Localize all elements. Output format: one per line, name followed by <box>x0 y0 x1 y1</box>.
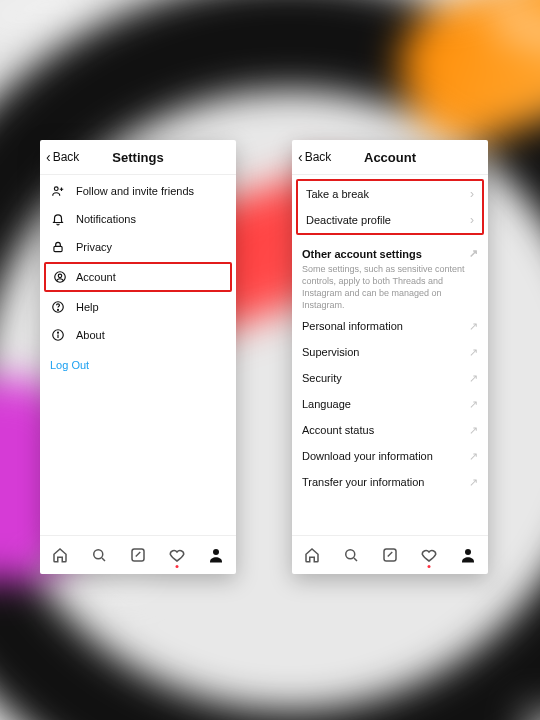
notification-dot <box>176 565 179 568</box>
tab-activity[interactable] <box>167 545 187 565</box>
tab-home[interactable] <box>50 545 70 565</box>
svg-point-10 <box>213 549 219 555</box>
help-icon <box>50 299 66 315</box>
section-description: Some settings, such as sensitive content… <box>302 263 478 311</box>
page-title: Settings <box>112 150 163 165</box>
tab-activity[interactable] <box>419 545 439 565</box>
chevron-left-icon: ‹ <box>298 149 303 165</box>
chevron-right-icon: › <box>470 187 474 201</box>
lock-icon <box>50 239 66 255</box>
account-item-take-break[interactable]: Take a break › <box>298 181 482 207</box>
item-label: Deactivate profile <box>306 214 470 226</box>
settings-item-account[interactable]: Account <box>44 262 232 292</box>
svg-point-3 <box>58 274 62 278</box>
item-label: Privacy <box>76 241 226 253</box>
item-label: Follow and invite friends <box>76 185 226 197</box>
settings-screen: ‹ Back Settings Follow and invite friend… <box>40 140 236 574</box>
external-link-icon: ↗ <box>469 247 478 260</box>
svg-point-8 <box>94 550 103 559</box>
item-label: Notifications <box>76 213 226 225</box>
external-link-icon: ↗ <box>469 424 478 437</box>
item-label: About <box>76 329 226 341</box>
settings-list: Follow and invite friends Notifications … <box>40 175 236 535</box>
logout-label: Log Out <box>50 359 89 371</box>
svg-point-13 <box>465 549 471 555</box>
info-icon <box>50 327 66 343</box>
account-item-personal-info[interactable]: Personal information ↗ <box>292 313 488 339</box>
back-label: Back <box>53 150 80 164</box>
tab-profile[interactable] <box>206 545 226 565</box>
account-item-supervision[interactable]: Supervision ↗ <box>292 339 488 365</box>
svg-point-5 <box>58 309 59 310</box>
tab-profile[interactable] <box>458 545 478 565</box>
svg-point-0 <box>54 187 58 191</box>
svg-point-7 <box>58 332 59 333</box>
back-button[interactable]: ‹ Back <box>298 140 331 174</box>
account-item-language[interactable]: Language ↗ <box>292 391 488 417</box>
account-item-deactivate[interactable]: Deactivate profile › <box>298 207 482 233</box>
external-link-icon: ↗ <box>469 346 478 359</box>
section-title: Other account settings <box>302 248 422 260</box>
item-label: Download your information <box>302 450 469 462</box>
tab-bar <box>292 535 488 574</box>
item-label: Transfer your information <box>302 476 469 488</box>
page-title: Account <box>364 150 416 165</box>
account-icon <box>52 269 68 285</box>
item-label: Supervision <box>302 346 469 358</box>
item-label: Personal information <box>302 320 469 332</box>
item-label: Account <box>76 271 224 283</box>
settings-item-help[interactable]: Help <box>40 293 236 321</box>
item-label: Take a break <box>306 188 470 200</box>
account-item-account-status[interactable]: Account status ↗ <box>292 417 488 443</box>
back-button[interactable]: ‹ Back <box>46 140 79 174</box>
tab-home[interactable] <box>302 545 322 565</box>
chevron-right-icon: › <box>470 213 474 227</box>
header: ‹ Back Settings <box>40 140 236 175</box>
logout-button[interactable]: Log Out <box>40 349 236 381</box>
tab-search[interactable] <box>89 545 109 565</box>
external-link-icon: ↗ <box>469 450 478 463</box>
highlighted-group: Take a break › Deactivate profile › <box>296 179 484 235</box>
item-label: Language <box>302 398 469 410</box>
settings-item-privacy[interactable]: Privacy <box>40 233 236 261</box>
bell-icon <box>50 211 66 227</box>
external-link-icon: ↗ <box>469 476 478 489</box>
chevron-left-icon: ‹ <box>46 149 51 165</box>
person-add-icon <box>50 183 66 199</box>
account-item-download-info[interactable]: Download your information ↗ <box>292 443 488 469</box>
account-item-transfer-info[interactable]: Transfer your information ↗ <box>292 469 488 495</box>
tab-search[interactable] <box>341 545 361 565</box>
account-item-security[interactable]: Security ↗ <box>292 365 488 391</box>
svg-rect-1 <box>54 246 62 251</box>
item-label: Account status <box>302 424 469 436</box>
external-link-icon: ↗ <box>469 320 478 333</box>
tab-compose[interactable] <box>380 545 400 565</box>
tab-bar <box>40 535 236 574</box>
settings-item-follow-invite[interactable]: Follow and invite friends <box>40 177 236 205</box>
item-label: Help <box>76 301 226 313</box>
account-screen: ‹ Back Account Take a break › Deactivate… <box>292 140 488 574</box>
notification-dot <box>428 565 431 568</box>
account-list: Take a break › Deactivate profile › Othe… <box>292 175 488 535</box>
header: ‹ Back Account <box>292 140 488 175</box>
svg-point-11 <box>346 550 355 559</box>
section-other-settings: Other account settings ↗ Some settings, … <box>292 241 488 313</box>
settings-item-notifications[interactable]: Notifications <box>40 205 236 233</box>
external-link-icon: ↗ <box>469 398 478 411</box>
settings-item-about[interactable]: About <box>40 321 236 349</box>
back-label: Back <box>305 150 332 164</box>
item-label: Security <box>302 372 469 384</box>
external-link-icon: ↗ <box>469 372 478 385</box>
tab-compose[interactable] <box>128 545 148 565</box>
